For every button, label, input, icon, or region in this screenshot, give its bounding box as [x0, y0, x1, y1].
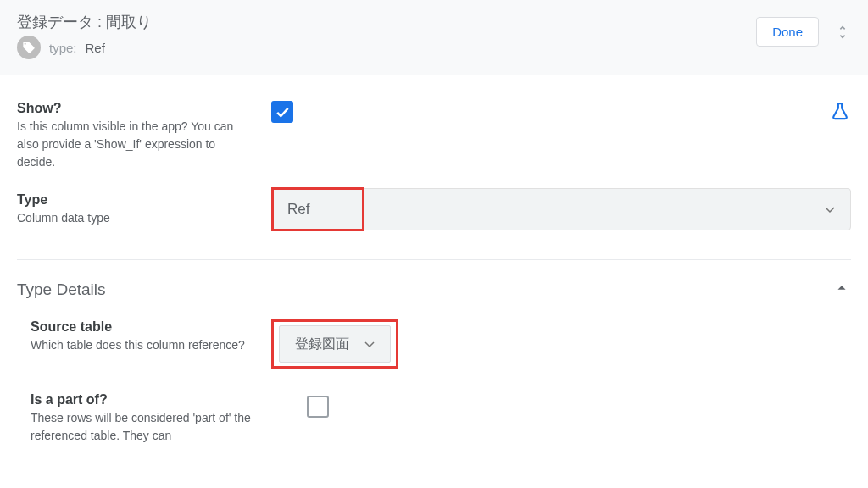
show-title: Show? — [17, 101, 254, 116]
caret-down-icon — [364, 336, 375, 352]
is-part-of-title: Is a part of? — [31, 392, 254, 408]
section-header-type-details[interactable]: Type Details — [17, 260, 851, 313]
source-table-desc: Which table does this column reference? — [31, 336, 254, 354]
type-select[interactable]: Ref — [271, 188, 851, 230]
chevron-up-icon — [832, 279, 851, 301]
content: Show? Is this column visible in the app?… — [0, 75, 868, 445]
header: 登録データ : 間取り type: Ref Done — [0, 0, 868, 75]
section-title: Type Details — [17, 280, 106, 299]
type-select-value: Ref — [287, 201, 309, 218]
is-part-of-desc: These rows will be considered 'part of' … — [31, 409, 254, 445]
type-title: Type — [17, 192, 254, 208]
label-col-type: Type Column data type — [17, 192, 254, 227]
source-table-title: Source table — [31, 319, 254, 335]
page-title: 登録データ : 間取り — [17, 12, 152, 32]
flask-col — [817, 101, 851, 126]
row-type: Type Column data type Ref — [17, 180, 851, 239]
annotation-highlight-source-table: 登録図面 — [271, 319, 398, 369]
sub-row-source-table: Source table Which table does this colum… — [31, 313, 851, 385]
header-type-row: type: Ref — [17, 36, 152, 59]
label-col-is-part-of: Is a part of? These rows will be conside… — [31, 392, 254, 445]
type-desc: Column data type — [17, 209, 254, 227]
tag-icon — [17, 36, 41, 59]
sub-rows: Source table Which table does this colum… — [17, 313, 851, 445]
expand-collapse-icon[interactable] — [834, 24, 851, 41]
is-part-of-checkbox[interactable] — [307, 396, 329, 418]
header-left: 登録データ : 間取り type: Ref — [17, 12, 152, 59]
show-desc: Is this column visible in the app? You c… — [17, 118, 254, 171]
label-col-show: Show? Is this column visible in the app?… — [17, 101, 254, 171]
sub-row-is-part-of: Is a part of? These rows will be conside… — [31, 385, 851, 445]
control-col-is-part-of — [271, 392, 329, 418]
header-right: Done — [756, 17, 851, 47]
control-col-type: Ref — [271, 188, 851, 230]
control-col-show — [271, 101, 800, 123]
label-col-source-table: Source table Which table does this colum… — [31, 319, 254, 354]
show-checkbox[interactable] — [271, 101, 293, 123]
source-table-select[interactable]: 登録図面 — [279, 325, 391, 363]
caret-down-icon — [825, 201, 835, 218]
source-table-value: 登録図面 — [295, 336, 349, 353]
flask-icon[interactable] — [829, 101, 851, 126]
row-show: Show? Is this column visible in the app?… — [17, 92, 851, 180]
type-label: type: — [49, 41, 77, 55]
done-button[interactable]: Done — [756, 17, 819, 47]
type-value: Ref — [86, 41, 105, 55]
control-col-source-table: 登録図面 — [271, 319, 398, 369]
